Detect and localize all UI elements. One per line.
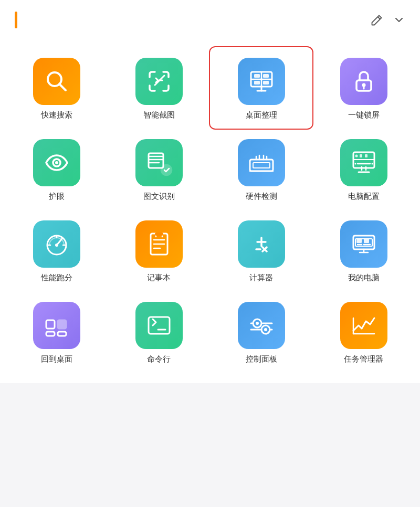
svg-point-16	[55, 161, 58, 164]
app-item-screenshot[interactable]: 智能截图	[108, 47, 210, 129]
app-label-one-lock: 一键锁屏	[348, 110, 380, 120]
app-label-desktop-arrange: 桌面整理	[246, 110, 277, 120]
svg-rect-30	[365, 154, 368, 157]
svg-rect-8	[254, 81, 260, 85]
app-item-notepad[interactable]: 记事本	[108, 210, 210, 291]
notepad-icon	[135, 220, 183, 268]
header-left	[15, 12, 23, 28]
app-item-task-manager[interactable]: 任务管理器	[312, 291, 415, 373]
svg-rect-17	[149, 153, 163, 168]
svg-rect-50	[353, 236, 374, 249]
app-item-eye-protect[interactable]: 护眼	[5, 129, 108, 210]
app-item-cmd[interactable]: 命令行	[108, 291, 210, 373]
header-accent	[15, 12, 17, 28]
taskmanager-icon	[340, 302, 387, 349]
lock-icon	[340, 58, 387, 105]
app-item-desktop-arrange[interactable]: 桌面整理	[209, 46, 313, 130]
svg-rect-51	[356, 239, 362, 243]
calc-icon	[238, 220, 285, 268]
svg-rect-6	[254, 74, 260, 78]
svg-rect-58	[46, 332, 55, 336]
app-item-go-back-desktop[interactable]: 回到桌面	[5, 291, 108, 373]
svg-line-1	[59, 84, 66, 90]
svg-point-31	[355, 155, 358, 157]
app-label-hardware: 硬件检测	[246, 192, 277, 202]
app-item-my-pc[interactable]: 我的电脑	[312, 210, 415, 291]
edit-icon[interactable]	[371, 14, 383, 26]
svg-rect-20	[253, 163, 270, 168]
header	[0, 0, 420, 37]
app-grid: 快速搜索 智能截图 桌面整理 一键锁屏 护眼 图文识别 硬件检测	[0, 37, 420, 383]
goback-icon	[33, 302, 80, 349]
pcconfig-icon	[340, 139, 387, 186]
search-icon	[33, 58, 80, 105]
svg-rect-57	[58, 320, 66, 329]
app-label-eye-protect: 护眼	[49, 192, 65, 202]
svg-rect-29	[360, 154, 362, 157]
app-label-my-pc: 我的电脑	[348, 273, 380, 283]
cmd-icon	[135, 302, 183, 349]
eye-icon	[33, 139, 80, 186]
app-item-hardware[interactable]: 硬件检测	[210, 129, 312, 210]
ocr-icon	[135, 139, 183, 186]
desktop-icon	[238, 58, 285, 105]
app-label-cmd: 命令行	[147, 354, 171, 364]
svg-point-34	[55, 244, 58, 247]
mypc-icon	[340, 220, 387, 268]
hardware-icon	[238, 139, 285, 186]
app-label-pc-config: 电脑配置	[348, 192, 380, 202]
app-item-calculator[interactable]: 计算器	[210, 210, 312, 291]
svg-rect-9	[263, 81, 269, 85]
app-label-control-panel: 控制面板	[246, 354, 277, 364]
svg-rect-56	[46, 320, 55, 329]
app-label-notepad: 记事本	[147, 273, 171, 283]
svg-rect-7	[263, 74, 269, 78]
app-item-quick-search[interactable]: 快速搜索	[5, 47, 108, 129]
app-label-go-back-desktop: 回到桌面	[41, 354, 72, 364]
app-label-calculator: 计算器	[249, 273, 273, 283]
app-item-one-lock[interactable]: 一键锁屏	[312, 47, 415, 129]
svg-point-67	[264, 328, 267, 331]
svg-rect-52	[364, 239, 369, 243]
app-item-perf-bench[interactable]: 性能跑分	[5, 210, 108, 291]
svg-point-63	[256, 322, 259, 325]
svg-rect-44	[155, 233, 163, 236]
app-label-perf-bench: 性能跑分	[41, 273, 72, 283]
svg-rect-60	[149, 317, 170, 334]
header-icons	[371, 14, 405, 26]
perf-icon	[33, 220, 80, 268]
app-label-quick-search: 快速搜索	[41, 110, 72, 120]
controlpanel-icon	[238, 302, 285, 349]
app-label-screenshot: 智能截图	[143, 110, 175, 120]
app-label-ocr: 图文识别	[143, 192, 175, 202]
svg-rect-59	[58, 332, 66, 336]
app-item-ocr[interactable]: 图文识别	[108, 129, 210, 210]
app-label-task-manager: 任务管理器	[344, 354, 383, 364]
svg-point-18	[161, 165, 172, 175]
screenshot-icon	[135, 58, 183, 105]
app-item-pc-config[interactable]: 电脑配置	[312, 129, 415, 210]
chevron-down-icon[interactable]	[393, 14, 405, 26]
app-item-control-panel[interactable]: 控制面板	[210, 291, 312, 373]
